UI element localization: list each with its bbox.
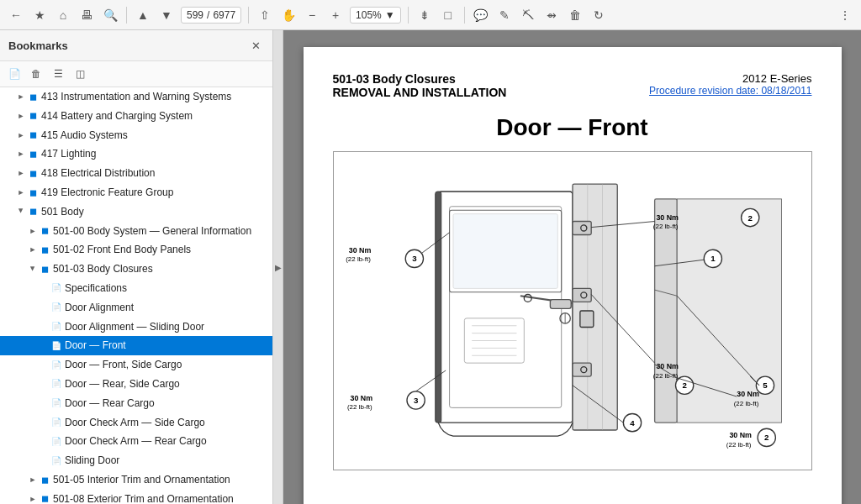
svg-text:(22 lb-ft): (22 lb-ft) [733,400,758,407]
home-icon[interactable]: ⌂ [54,6,72,24]
sidebar-header: Bookmarks ✕ [0,30,272,61]
svg-text:30 Nm: 30 Nm [737,390,759,398]
hand-tool[interactable]: ✋ [279,6,298,24]
bookmark-icon-501-03: ◼ [39,263,50,276]
section-title: 501-03 Body Closures [333,72,507,86]
sidebar-item-501-02[interactable]: ► ◼ 501-02 Front End Body Panels [0,240,272,260]
bookmark-list-icon[interactable]: ☰ [49,65,67,83]
svg-text:2: 2 [682,381,687,390]
bookmark-icon-414: ◼ [27,109,39,123]
sidebar-item-501-05[interactable]: ► ◼ 501-05 Interior Trim and Ornamentati… [0,470,272,490]
expand-arrow-501[interactable]: ► [14,205,28,217]
procedure-title: REMOVAL AND INSTALLATION [333,86,507,99]
door-diagram: 30 Nm (22 lb-ft) 3 30 Nm (22 lb-ft) 2 1 [334,152,811,470]
back-button[interactable]: ← [7,6,25,24]
page-indicator[interactable]: 599 / 6977 [181,7,241,24]
sidebar-item-check-arm-rear[interactable]: ► 📄 Door Check Arm — Rear Cargo [0,432,272,451]
zoom-value: 105% [356,9,382,21]
undo-icon[interactable]: ↻ [589,6,608,24]
zoom-level[interactable]: 105% ▼ [350,7,401,24]
sidebar-tree[interactable]: ► ◼ 413 Instrumentation and Warning Syst… [0,87,272,504]
expand-arrow-501-00[interactable]: ► [27,224,39,238]
sidebar-item-501-03[interactable]: ► ◼ 501-03 Body Closures [0,260,272,279]
sidebar-item-spec[interactable]: ► 📄 Specifications [0,279,272,298]
expand-arrow-501-05[interactable]: ► [27,473,39,486]
sidebar-item-501-08[interactable]: ► ◼ 501-08 Exterior Trim and Ornamentati… [0,490,272,504]
sidebar-item-door-front-side[interactable]: ► 📄 Door — Front, Side Cargo [0,355,272,375]
sidebar-label-501-03: 501-03 Body Closures [53,262,269,276]
print-icon[interactable]: 🖶 [77,6,96,24]
delete-icon[interactable]: 🗑 [566,6,584,24]
svg-text:(22 lb-ft): (22 lb-ft) [652,223,678,230]
sidebar-item-sliding-door[interactable]: ► 📄 Sliding Door [0,451,272,470]
page-icon-spec: 📄 [50,281,62,295]
expand-arrow-413[interactable]: ► [15,90,27,103]
stamp-icon[interactable]: ⇴ [542,6,561,24]
prev-page-icon[interactable]: ▲ [134,6,152,24]
header-left: 501-03 Body Closures REMOVAL AND INSTALL… [333,72,507,101]
expand-arrow-501-02[interactable]: ► [27,244,39,257]
sidebar-close-button[interactable]: ✕ [247,37,264,54]
sidebar-item-415[interactable]: ► ◼ 415 Audio Systems [0,126,272,145]
pencil-icon[interactable]: ✎ [495,6,514,24]
expand-arrow-414[interactable]: ► [15,109,27,123]
sidebar-item-417[interactable]: ► ◼ 417 Lighting [0,144,272,164]
expand-all-icon[interactable]: ◫ [71,65,89,83]
cursor-tool[interactable]: ⇧ [256,6,274,24]
fit-width-icon[interactable]: ⇟ [415,6,434,24]
comment-icon[interactable]: 💬 [472,6,490,24]
sidebar-item-door-rear-cargo[interactable]: ► 📄 Door — Rear Cargo [0,394,272,413]
delete-bookmark-icon[interactable]: 🗑 [27,65,45,83]
page-icon-align: 📄 [50,301,62,314]
zoom-out-area-icon[interactable]: 🔍 [101,6,119,24]
sidebar-label-418: 418 Electrical Distribution [41,166,269,181]
next-page-icon[interactable]: ▼ [157,6,176,24]
sidebar-item-door-rear-side[interactable]: ► 📄 Door — Rear, Side Cargo [0,375,272,394]
bookmark-icon-501-05: ◼ [39,473,50,486]
page-icon-door-front-side: 📄 [50,359,62,372]
bookmark-icon[interactable]: ★ [30,6,49,24]
sidebar-item-501[interactable]: ► ◼ 501 Body [0,202,272,222]
expand-arrow-418[interactable]: ► [15,167,27,181]
sidebar-label-door-front-side: Door — Front, Side Cargo [65,358,269,372]
new-bookmark-icon[interactable]: 📄 [5,65,24,83]
zoom-out-icon[interactable]: − [303,6,321,24]
svg-rect-27 [435,192,441,423]
sidebar-item-501-00[interactable]: ► ◼ 501-00 Body System — General Informa… [0,222,272,241]
highlight-icon[interactable]: ⛏ [519,6,537,24]
sidebar-item-419[interactable]: ► ◼ 419 Electronic Feature Group [0,183,272,202]
page-icon-door-rear-side: 📄 [50,377,62,391]
revision-link[interactable]: Procedure revision date: 08/18/2011 [649,85,811,97]
sidebar-label-door-align-sliding: Door Alignment — Sliding Door [65,320,269,334]
zoom-dropdown-arrow[interactable]: ▼ [385,9,395,21]
sidebar-collapse-handle[interactable]: ▶ [273,30,283,504]
expand-arrow-501-08[interactable]: ► [27,492,39,504]
content-area[interactable]: 501-03 Body Closures REMOVAL AND INSTALL… [283,30,861,504]
page-icon-sliding-door: 📄 [50,454,62,468]
sidebar-item-418[interactable]: ► ◼ 418 Electrical Distribution [0,164,272,183]
more-icon[interactable]: ⋮ [836,6,854,24]
series-label: 2012 E-Series [649,72,811,85]
expand-arrow-417[interactable]: ► [15,148,27,161]
expand-arrow-501-03[interactable]: ► [26,263,40,275]
sidebar-item-413[interactable]: ► ◼ 413 Instrumentation and Warning Syst… [0,87,272,107]
fit-page-icon[interactable]: □ [439,6,457,24]
bookmark-icon-501-08: ◼ [39,492,50,504]
sidebar-item-door-front[interactable]: ► 📄 Door — Front [0,336,272,355]
main-area: Bookmarks ✕ 📄 🗑 ☰ ◫ ► ◼ 413 Instrumentat… [0,30,861,504]
svg-rect-18 [453,214,557,289]
sidebar-item-door-align-sliding[interactable]: ► 📄 Door Alignment — Sliding Door [0,318,272,337]
expand-arrow-419[interactable]: ► [15,186,27,199]
svg-text:2: 2 [764,433,769,442]
sidebar-toolbar: 📄 🗑 ☰ ◫ [0,61,272,87]
sidebar-item-414[interactable]: ► ◼ 414 Battery and Charging System [0,107,272,126]
header-right: 2012 E-Series Procedure revision date: 0… [649,72,811,97]
sidebar-label-414: 414 Battery and Charging System [41,109,269,123]
sidebar-item-check-arm-side[interactable]: ► 📄 Door Check Arm — Side Cargo [0,413,272,433]
sep3 [408,7,409,24]
zoom-in-icon[interactable]: + [326,6,345,24]
svg-text:(22 lb-ft): (22 lb-ft) [652,372,678,380]
sidebar-item-door-align[interactable]: ► 📄 Door Alignment [0,298,272,318]
expand-arrow-415[interactable]: ► [15,129,27,142]
svg-text:3: 3 [412,254,417,263]
